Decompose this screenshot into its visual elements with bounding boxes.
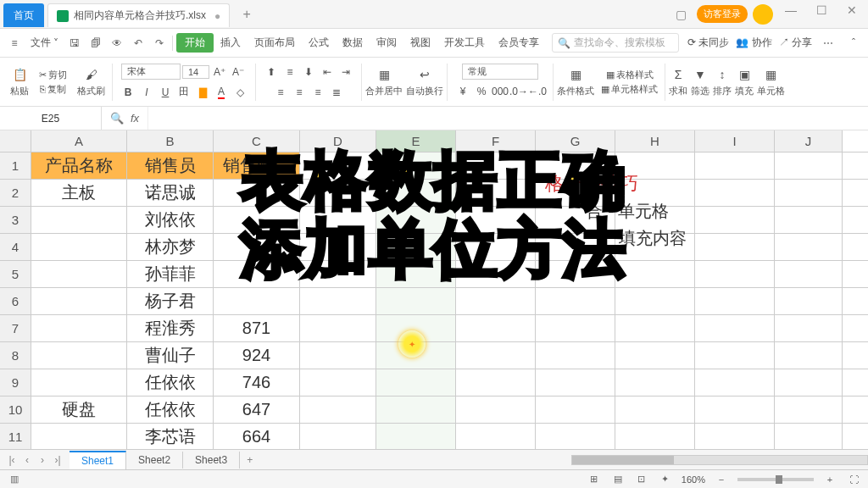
cell-E5[interactable]: [376, 261, 456, 287]
row-header[interactable]: 3: [0, 207, 31, 233]
fill-color-button[interactable]: ▇: [194, 84, 211, 101]
zoom-in-icon[interactable]: +: [822, 472, 837, 487]
cell-I10[interactable]: [695, 396, 775, 423]
cell-I3[interactable]: [695, 207, 775, 233]
indent-right-button[interactable]: ⇥: [337, 64, 354, 80]
qat-preview-icon[interactable]: 👁: [108, 34, 126, 53]
formula-bar[interactable]: [147, 107, 868, 130]
cell-E2[interactable]: [376, 180, 456, 206]
indent-left-button[interactable]: ⇤: [319, 64, 336, 80]
qat-undo-icon[interactable]: ↶: [129, 34, 147, 53]
cell-D10[interactable]: [300, 396, 376, 423]
cell-F1[interactable]: [456, 152, 536, 179]
row-header[interactable]: 2: [0, 180, 31, 206]
cell-I7[interactable]: [695, 315, 775, 341]
menu-icon[interactable]: ≡: [5, 34, 24, 53]
ribbon-tab-dev[interactable]: 开发工具: [437, 33, 492, 53]
cell-A8[interactable]: [31, 342, 127, 369]
view-settings-icon[interactable]: ✦: [658, 472, 673, 487]
cell-B4[interactable]: 林亦梦: [127, 234, 214, 260]
cell-A3[interactable]: [31, 207, 127, 233]
more-icon[interactable]: ⋯: [819, 34, 837, 53]
cell-J10[interactable]: [775, 396, 843, 423]
sync-status[interactable]: ⟳ 未同步: [687, 36, 729, 50]
sheet-nav-last-icon[interactable]: ›|: [51, 454, 64, 466]
filter-button[interactable]: ▼筛选: [691, 66, 709, 97]
cell-E1[interactable]: [376, 152, 456, 179]
home-tab[interactable]: 首页: [3, 3, 44, 27]
file-tab[interactable]: 相同内容单元格合并技巧.xlsx ●: [47, 3, 230, 27]
cell-F3[interactable]: [456, 207, 536, 233]
cell-J1[interactable]: [775, 152, 843, 179]
cell-A4[interactable]: [31, 234, 127, 260]
row-header[interactable]: 6: [0, 288, 31, 314]
search-fx-icon[interactable]: 🔍: [110, 112, 124, 125]
ribbon-tab-data[interactable]: 数据: [336, 33, 370, 53]
cell-F7[interactable]: [456, 315, 536, 341]
cell-E9[interactable]: [376, 369, 456, 396]
clear-format-button[interactable]: ◇: [231, 84, 248, 101]
cell-B10[interactable]: 任依依: [127, 396, 214, 423]
align-bottom-button[interactable]: ⬇: [300, 64, 317, 80]
row-header[interactable]: 10: [0, 396, 31, 423]
row-header[interactable]: 4: [0, 234, 31, 260]
sheet-tab-2[interactable]: Sheet2: [126, 452, 183, 469]
cell-B11[interactable]: 李芯语: [127, 424, 214, 450]
horizontal-scrollbar[interactable]: [571, 455, 868, 465]
font-select[interactable]: 宋体: [121, 64, 181, 80]
currency-button[interactable]: ¥: [454, 83, 471, 100]
cell-J9[interactable]: [775, 369, 843, 396]
number-format-select[interactable]: 常规: [462, 64, 538, 80]
zoom-slider[interactable]: [737, 478, 814, 481]
add-sheet-button[interactable]: +: [240, 454, 259, 466]
fx-icon[interactable]: fx: [131, 112, 139, 125]
decrease-font-button[interactable]: A⁻: [230, 64, 247, 80]
cell-F2[interactable]: [456, 180, 536, 206]
align-right-button[interactable]: ≡: [309, 84, 326, 101]
cell-H7[interactable]: [615, 315, 695, 341]
merge-center-button[interactable]: ▦合并居中: [365, 66, 403, 97]
cell-C3[interactable]: [214, 207, 300, 233]
wrap-text-button[interactable]: ↩自动换行: [406, 66, 443, 97]
increase-font-button[interactable]: A⁺: [211, 64, 228, 80]
cell-J11[interactable]: [775, 424, 843, 450]
cell-A5[interactable]: [31, 261, 127, 287]
cell-B9[interactable]: 任依依: [127, 369, 214, 396]
cell-B3[interactable]: 刘依依: [127, 207, 214, 233]
qat-save-icon[interactable]: 🖫: [65, 34, 84, 53]
fullscreen-icon[interactable]: ⛶: [846, 472, 861, 487]
cell-J6[interactable]: [775, 288, 843, 314]
align-center-button[interactable]: ≡: [291, 84, 308, 101]
align-middle-button[interactable]: ≡: [281, 64, 298, 80]
row-header[interactable]: 8: [0, 342, 31, 369]
cell-C4[interactable]: [214, 234, 300, 260]
col-header-C[interactable]: C: [214, 130, 300, 152]
cell-A7[interactable]: [31, 315, 127, 341]
cell-C8[interactable]: 924: [214, 342, 300, 369]
sheet-tab-1[interactable]: Sheet1: [70, 451, 126, 469]
col-header-F[interactable]: F: [456, 130, 536, 152]
minimize-button[interactable]: —: [778, 3, 804, 25]
login-badge[interactable]: 访客登录: [697, 5, 748, 23]
col-header-A[interactable]: A: [31, 130, 127, 152]
cell-J5[interactable]: [775, 261, 843, 287]
fill-button[interactable]: ▣填充: [735, 66, 754, 97]
cell-J2[interactable]: [775, 180, 843, 206]
cell-E3[interactable]: [376, 207, 456, 233]
cell-D6[interactable]: [300, 288, 376, 314]
col-header-I[interactable]: I: [695, 130, 775, 152]
cell-A9[interactable]: [31, 369, 127, 396]
collab-button[interactable]: 👥 协作: [736, 36, 771, 50]
bold-button[interactable]: B: [120, 84, 136, 101]
collapse-ribbon-icon[interactable]: ˆ: [844, 34, 863, 53]
cell-E11[interactable]: [376, 424, 456, 450]
window-icon[interactable]: ▢: [670, 3, 692, 25]
underline-button[interactable]: U: [157, 84, 174, 101]
cell-F9[interactable]: [456, 369, 536, 396]
cell-D9[interactable]: [300, 369, 376, 396]
cut-button[interactable]: ✂ 剪切: [39, 69, 67, 81]
sort-button[interactable]: ↕排序: [713, 66, 732, 97]
avatar[interactable]: [753, 4, 773, 25]
row-header[interactable]: 5: [0, 261, 31, 287]
cell-B7[interactable]: 程淮秀: [127, 315, 214, 341]
